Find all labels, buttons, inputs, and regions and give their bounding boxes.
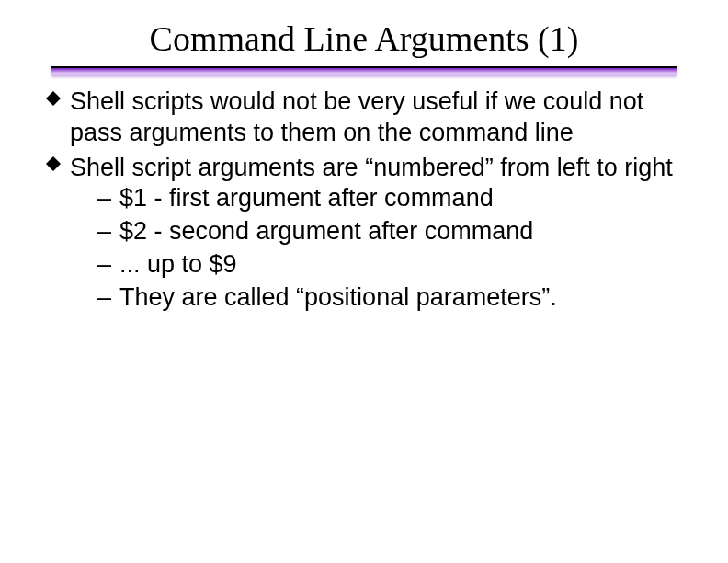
title-underline [51,66,677,74]
sub-bullet-text: They are called “positional parameters”. [119,283,557,311]
diamond-bullet-icon [46,91,61,106]
list-item: Shell scripts would not be very useful i… [46,86,682,149]
list-item: – They are called “positional parameters… [97,282,682,314]
sub-bullet-text: $2 - second argument after command [119,217,533,245]
page-title: Command Line Arguments (1) [0,0,728,66]
svg-marker-0 [46,91,61,106]
list-item: – ... up to $9 [97,249,682,281]
sub-bullet-text: ... up to $9 [119,250,237,278]
list-item: Shell script arguments are “numbered” fr… [46,153,682,314]
bullet-list: Shell scripts would not be very useful i… [46,86,682,313]
dash-bullet-icon: – [97,249,111,281]
dash-bullet-icon: – [97,216,111,247]
slide: Command Line Arguments (1) Shell scripts… [0,0,728,563]
content-area: Shell scripts would not be very useful i… [0,74,728,313]
bullet-text: Shell script arguments are “numbered” fr… [70,154,673,181]
dash-bullet-icon: – [97,183,111,214]
svg-marker-1 [46,156,61,171]
list-item: – $1 - first argument after command [97,183,682,214]
diamond-bullet-icon [46,156,61,171]
sub-bullet-text: $1 - first argument after command [119,184,494,212]
list-item: – $2 - second argument after command [97,216,682,247]
sub-bullet-list: – $1 - first argument after command – $2… [70,183,682,313]
bullet-text: Shell scripts would not be very useful i… [70,87,643,146]
dash-bullet-icon: – [97,282,111,314]
